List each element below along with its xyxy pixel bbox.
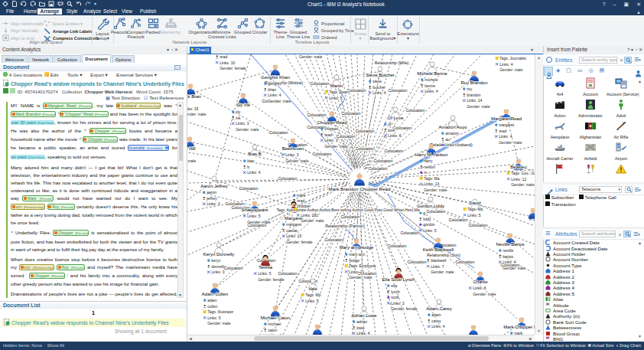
svg-text:Keryn Donnelly: Keryn Donnelly	[203, 252, 235, 257]
svg-text:Harry M. Nelson: Harry M. Nelson	[415, 152, 447, 157]
svg-text:donnelly: donnelly	[211, 264, 226, 269]
svg-text:Links: 4: Links: 4	[247, 170, 260, 175]
svg-text:Vale: Vale	[308, 286, 317, 291]
svg-text:Tags: Journalist: Tags: Journalist	[499, 56, 526, 61]
svg-text:Gender: female: Gender: female	[286, 240, 313, 244]
svg-text:Sly Ink: Sly Ink	[236, 103, 251, 107]
svg-text:Gender: male: Gender: male	[467, 104, 490, 109]
svg-text:gordon: gordon	[423, 222, 435, 227]
svg-text:Mark Bran: Mark Bran	[187, 94, 201, 99]
svg-text:Aaron Jeffrey: Aaron Jeffrey	[200, 184, 228, 188]
svg-text:Gender: male: Gender: male	[349, 275, 372, 280]
svg-text:keryn: keryn	[211, 258, 220, 263]
svg-text:cullen: cullen	[207, 304, 217, 309]
svg-text:of: of	[388, 122, 392, 126]
svg-text:Tags: Mp: Tags: Mp	[467, 207, 483, 211]
svg-text:adrian: adrian	[356, 319, 367, 324]
svg-text:carey: carey	[431, 319, 441, 323]
svg-text:Colocation: Colocation	[278, 176, 297, 181]
svg-text:Links: 4: Links: 4	[424, 89, 437, 93]
svg-text:Martin: Martin	[330, 83, 343, 88]
svg-text:Links: 7: Links: 7	[431, 264, 444, 269]
svg-text:adam: adam	[431, 312, 441, 317]
svg-text:Links: 5: Links: 5	[247, 214, 260, 218]
svg-text:Colocation: Colocation	[368, 166, 387, 171]
svg-text:Links: 3: Links: 3	[211, 270, 224, 274]
svg-text:Michele Benne: Michele Benne	[417, 71, 447, 76]
svg-text:Links: 3: Links: 3	[445, 142, 458, 147]
svg-text:Gender: male: Gender: male	[236, 127, 259, 132]
svg-text:michael: michael	[268, 322, 281, 326]
svg-text:lynch: lynch	[391, 289, 400, 294]
svg-text:chopper: chopper	[324, 126, 338, 131]
svg-text:er: male: er: male	[187, 159, 196, 163]
svg-text:Colocation: Colocation	[373, 159, 392, 163]
svg-text:margaret: margaret	[286, 222, 302, 227]
svg-text:Colocation: Colocation	[307, 113, 326, 117]
svg-text:Links: 14: Links: 14	[467, 98, 482, 103]
svg-text:Ella Scott Lynch: Ella Scott Lynch	[382, 277, 415, 282]
svg-text:Colocation: Colocation	[448, 218, 467, 222]
svg-text:Colocation: Colocation	[426, 209, 445, 214]
svg-text:Colocation: Colocation	[355, 129, 374, 133]
svg-text:Links: 3: Links: 3	[285, 152, 298, 157]
svg-text:m..: m..	[424, 170, 429, 175]
svg-text:mark: mark	[297, 193, 306, 198]
svg-text:Colocation: Colocation	[307, 125, 326, 129]
svg-text:Relationship (Partner): Relationship (Partner)	[325, 224, 365, 228]
svg-text:ella: ella	[391, 283, 397, 288]
svg-text:Gender: male: Gender: male	[499, 140, 522, 145]
svg-text:caesar: caesar	[286, 228, 298, 233]
svg-text:Amazon Auyo: Amazon Auyo	[438, 125, 467, 129]
svg-text:Margaret Read: Margaret Read	[491, 116, 522, 121]
svg-text:Teresa: Teresa	[259, 265, 273, 270]
svg-text:Gender: male: Gender: male	[299, 54, 323, 59]
svg-text:michele: michele	[424, 77, 437, 82]
svg-text:au: au	[445, 137, 450, 142]
svg-text:Colocation: Colocation	[341, 111, 360, 116]
svg-text:Tags: Appropriate Author,Autho: Tags: Appropriate Author,Author,Best-sel…	[277, 208, 420, 212]
svg-text:Gender: female: Gender: female	[258, 277, 285, 282]
svg-text:lowe: lowe	[356, 325, 365, 330]
svg-text:Colocation: Colocation	[400, 231, 419, 235]
svg-text:Gender: male: Gender: male	[268, 99, 291, 103]
svg-text:Adam Carey: Adam Carey	[426, 306, 451, 311]
svg-text:margaret: margaret	[499, 123, 515, 127]
svg-text:ry Hill: ry Hill	[187, 146, 196, 151]
svg-text:Gender: male: Gender: male	[499, 67, 523, 72]
svg-text:Links: 4: Links: 4	[372, 90, 385, 95]
svg-text:Gender: female: Gender: female	[220, 66, 246, 70]
svg-text:neville: neville	[503, 248, 513, 253]
svg-text:Colocation: Colocation	[340, 214, 359, 219]
svg-text:Gender: male: Gender: male	[207, 321, 231, 325]
svg-text:Gender: male: Gender: male	[301, 218, 324, 223]
svg-text:Links: 10: Links: 10	[220, 61, 235, 65]
svg-text:khan: khan	[268, 87, 276, 92]
svg-text:Gender: male: Gender: male	[473, 292, 496, 296]
svg-text:Links: 21: Links: 21	[349, 270, 364, 274]
svg-text:Roy Brandon: Roy Brandon	[460, 80, 487, 85]
svg-text:Bias B: Bias B	[248, 152, 261, 156]
svg-text:Links: 4: Links: 4	[431, 324, 444, 329]
svg-text:Colocation: Colocation	[392, 126, 411, 130]
svg-text:Links: 6: Links: 6	[388, 133, 401, 138]
svg-text:Gender: male: Gender: male	[424, 188, 447, 192]
svg-text:caton: caton	[268, 328, 277, 332]
svg-text:Links: 4: Links: 4	[499, 134, 512, 139]
svg-text:Colocation: Colocation	[336, 134, 355, 139]
svg-text:Tags: Employee: Tags: Employee	[349, 263, 376, 268]
svg-text:Colocation: Colocation	[387, 244, 406, 248]
svg-text:Colocation: Colocation	[355, 146, 374, 151]
svg-text:Colocation: Colocation	[310, 81, 329, 86]
svg-text:bartos: bartos	[503, 254, 513, 259]
svg-text:brandon: brandon	[467, 93, 481, 97]
svg-text:Links: 281: Links: 281	[301, 213, 318, 218]
svg-text:Steve Butcher: Steve Butcher	[366, 73, 395, 77]
svg-text:Beasley: Beasley	[510, 165, 526, 169]
svg-text:Gender: male: Gender: male	[511, 182, 535, 187]
svg-text:Gender: male: Gender: male	[503, 266, 526, 270]
svg-text:nelson: nelson	[424, 165, 435, 169]
svg-text:Links: 4: Links: 4	[268, 93, 281, 97]
svg-text:Colocation: Colocation	[388, 88, 407, 93]
svg-text:Mary-ann Hodge: Mary-ann Hodge	[340, 245, 374, 250]
